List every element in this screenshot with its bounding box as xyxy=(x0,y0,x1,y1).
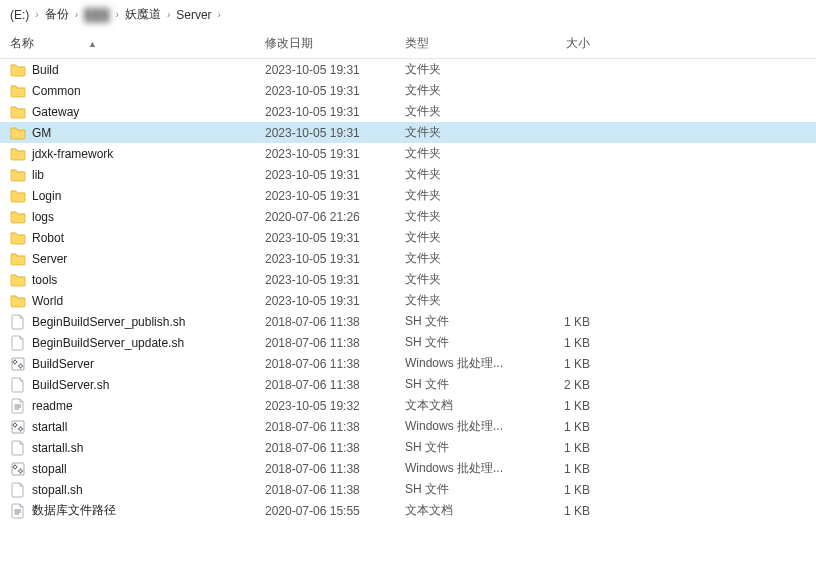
file-name-label: GM xyxy=(32,126,51,140)
breadcrumb-segment[interactable]: 妖魔道 xyxy=(125,6,161,23)
column-header-date[interactable]: 修改日期 xyxy=(265,35,405,52)
file-row[interactable]: BeginBuildServer_update.sh2018-07-06 11:… xyxy=(0,332,816,353)
file-row[interactable]: Gateway2023-10-05 19:31文件夹 xyxy=(0,101,816,122)
file-name-cell[interactable]: BuildServer xyxy=(0,356,265,372)
file-name-cell[interactable]: GM xyxy=(0,125,265,141)
file-row[interactable]: readme2023-10-05 19:32文本文档1 KB xyxy=(0,395,816,416)
file-date-cell: 2018-07-06 11:38 xyxy=(265,378,405,392)
breadcrumb-segment[interactable]: ███ xyxy=(84,8,110,22)
folder-icon xyxy=(10,209,26,225)
file-date-cell: 2023-10-05 19:31 xyxy=(265,84,405,98)
file-icon xyxy=(10,377,26,393)
breadcrumb-segment[interactable]: 备份 xyxy=(45,6,69,23)
file-row[interactable]: startall.sh2018-07-06 11:38SH 文件1 KB xyxy=(0,437,816,458)
folder-icon xyxy=(10,83,26,99)
file-row[interactable]: stopall.sh2018-07-06 11:38SH 文件1 KB xyxy=(0,479,816,500)
file-name-cell[interactable]: stopall.sh xyxy=(0,482,265,498)
file-name-label: 数据库文件路径 xyxy=(32,502,116,519)
folder-icon xyxy=(10,272,26,288)
batch-icon xyxy=(10,461,26,477)
file-row[interactable]: GM2023-10-05 19:31文件夹 xyxy=(0,122,816,143)
file-row[interactable]: startall2018-07-06 11:38Windows 批处理...1 … xyxy=(0,416,816,437)
sort-indicator-icon: ▲ xyxy=(88,39,97,49)
file-name-label: BeginBuildServer_publish.sh xyxy=(32,315,185,329)
column-header-type[interactable]: 类型 xyxy=(405,35,520,52)
file-row[interactable]: Robot2023-10-05 19:31文件夹 xyxy=(0,227,816,248)
breadcrumb[interactable]: (E:)›备份›███›妖魔道›Server› xyxy=(0,0,816,29)
file-row[interactable]: 数据库文件路径2020-07-06 15:55文本文档1 KB xyxy=(0,500,816,521)
file-row[interactable]: tools2023-10-05 19:31文件夹 xyxy=(0,269,816,290)
file-name-cell[interactable]: tools xyxy=(0,272,265,288)
file-name-cell[interactable]: Common xyxy=(0,83,265,99)
file-name-cell[interactable]: jdxk-framework xyxy=(0,146,265,162)
file-row[interactable]: stopall2018-07-06 11:38Windows 批处理...1 K… xyxy=(0,458,816,479)
file-name-cell[interactable]: Robot xyxy=(0,230,265,246)
file-name-label: BeginBuildServer_update.sh xyxy=(32,336,184,350)
file-name-cell[interactable]: BeginBuildServer_update.sh xyxy=(0,335,265,351)
folder-icon xyxy=(10,167,26,183)
file-name-label: startall.sh xyxy=(32,441,83,455)
file-date-cell: 2018-07-06 11:38 xyxy=(265,441,405,455)
file-icon xyxy=(10,335,26,351)
file-row[interactable]: World2023-10-05 19:31文件夹 xyxy=(0,290,816,311)
file-type-cell: 文件夹 xyxy=(405,145,520,162)
file-row[interactable]: BuildServer2018-07-06 11:38Windows 批处理..… xyxy=(0,353,816,374)
file-row[interactable]: BeginBuildServer_publish.sh2018-07-06 11… xyxy=(0,311,816,332)
file-name-cell[interactable]: startall.sh xyxy=(0,440,265,456)
file-name-cell[interactable]: 数据库文件路径 xyxy=(0,502,265,519)
file-type-cell: SH 文件 xyxy=(405,376,520,393)
breadcrumb-segment[interactable]: Server xyxy=(176,8,211,22)
column-header-name[interactable]: 名称 ▲ xyxy=(0,35,265,52)
file-name-label: Robot xyxy=(32,231,64,245)
file-date-cell: 2018-07-06 11:38 xyxy=(265,336,405,350)
file-row[interactable]: jdxk-framework2023-10-05 19:31文件夹 xyxy=(0,143,816,164)
file-date-cell: 2023-10-05 19:31 xyxy=(265,147,405,161)
file-name-cell[interactable]: BeginBuildServer_publish.sh xyxy=(0,314,265,330)
file-name-cell[interactable]: readme xyxy=(0,398,265,414)
file-name-label: startall xyxy=(32,420,67,434)
chevron-right-icon: › xyxy=(167,9,170,20)
file-date-cell: 2023-10-05 19:31 xyxy=(265,126,405,140)
file-name-label: Build xyxy=(32,63,59,77)
file-list[interactable]: Build2023-10-05 19:31文件夹Common2023-10-05… xyxy=(0,59,816,521)
file-date-cell: 2023-10-05 19:31 xyxy=(265,168,405,182)
file-row[interactable]: logs2020-07-06 21:26文件夹 xyxy=(0,206,816,227)
file-name-cell[interactable]: BuildServer.sh xyxy=(0,377,265,393)
file-type-cell: 文件夹 xyxy=(405,124,520,141)
file-name-cell[interactable]: World xyxy=(0,293,265,309)
file-type-cell: 文件夹 xyxy=(405,187,520,204)
column-header-size-label: 大小 xyxy=(566,36,590,50)
batch-icon xyxy=(10,356,26,372)
file-name-label: logs xyxy=(32,210,54,224)
file-date-cell: 2018-07-06 11:38 xyxy=(265,357,405,371)
file-row[interactable]: Common2023-10-05 19:31文件夹 xyxy=(0,80,816,101)
folder-icon xyxy=(10,251,26,267)
file-name-cell[interactable]: Login xyxy=(0,188,265,204)
file-name-cell[interactable]: lib xyxy=(0,167,265,183)
file-row[interactable]: BuildServer.sh2018-07-06 11:38SH 文件2 KB xyxy=(0,374,816,395)
file-type-cell: SH 文件 xyxy=(405,481,520,498)
file-row[interactable]: Server2023-10-05 19:31文件夹 xyxy=(0,248,816,269)
column-header-date-label: 修改日期 xyxy=(265,36,313,50)
file-icon xyxy=(10,440,26,456)
file-type-cell: 文件夹 xyxy=(405,166,520,183)
breadcrumb-segment[interactable]: (E:) xyxy=(10,8,29,22)
folder-icon xyxy=(10,230,26,246)
file-date-cell: 2018-07-06 11:38 xyxy=(265,315,405,329)
file-date-cell: 2018-07-06 11:38 xyxy=(265,462,405,476)
column-header-size[interactable]: 大小 xyxy=(520,35,600,52)
file-size-cell: 1 KB xyxy=(520,315,600,329)
file-icon xyxy=(10,482,26,498)
file-name-cell[interactable]: Build xyxy=(0,62,265,78)
file-name-cell[interactable]: Gateway xyxy=(0,104,265,120)
file-name-cell[interactable]: stopall xyxy=(0,461,265,477)
file-row[interactable]: Build2023-10-05 19:31文件夹 xyxy=(0,59,816,80)
text-icon xyxy=(10,503,26,519)
file-name-cell[interactable]: Server xyxy=(0,251,265,267)
file-row[interactable]: lib2023-10-05 19:31文件夹 xyxy=(0,164,816,185)
file-name-cell[interactable]: startall xyxy=(0,419,265,435)
file-row[interactable]: Login2023-10-05 19:31文件夹 xyxy=(0,185,816,206)
column-header-row: 名称 ▲ 修改日期 类型 大小 xyxy=(0,29,816,59)
file-date-cell: 2018-07-06 11:38 xyxy=(265,483,405,497)
file-name-cell[interactable]: logs xyxy=(0,209,265,225)
